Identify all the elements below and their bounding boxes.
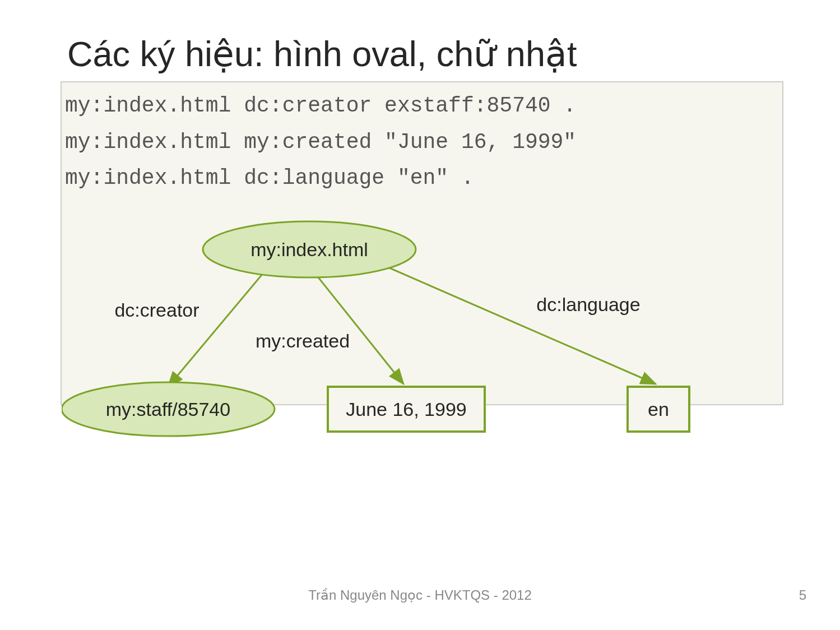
slide-title: Các ký hiệu: hình oval, chữ nhật xyxy=(67,34,577,75)
code-line-3: my:index.html dc:language "en" . xyxy=(65,160,779,197)
page-number: 5 xyxy=(799,587,806,603)
code-line-2: my:index.html my:created "June 16, 1999" xyxy=(65,124,779,161)
code-block: my:index.html dc:creator exstaff:85740 .… xyxy=(61,81,783,405)
code-line-1: my:index.html dc:creator exstaff:85740 . xyxy=(65,88,779,124)
footer-text: Trần Nguyên Ngọc - HVKTQS - 2012 xyxy=(0,587,840,603)
